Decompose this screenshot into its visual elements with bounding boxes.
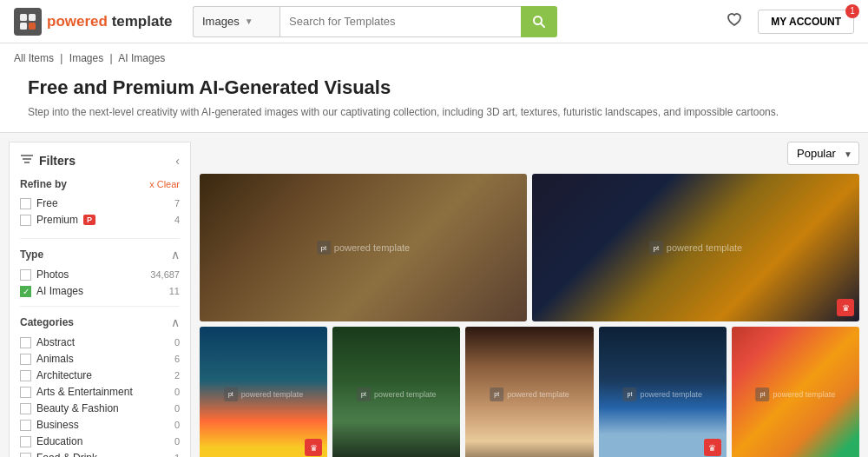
- filter-checkbox-premium[interactable]: [20, 215, 31, 226]
- image-card-bird[interactable]: pt powered template ♛: [599, 327, 727, 457]
- clear-filter-link[interactable]: x Clear: [149, 179, 180, 189]
- image-card-peach[interactable]: pt powered template: [732, 327, 859, 457]
- search-input[interactable]: [279, 6, 521, 37]
- image-card-woman[interactable]: pt powered template: [465, 327, 593, 457]
- filters-label: Filters: [39, 154, 76, 168]
- chevron-down-icon: ▼: [245, 17, 253, 26]
- breadcrumb-images[interactable]: Images: [69, 52, 103, 64]
- filter-item-cat-2: Architecture 2: [20, 369, 180, 381]
- filter-count-ai-images: 11: [169, 286, 180, 296]
- breadcrumb-ai-images[interactable]: AI Images: [118, 52, 165, 64]
- search-area: Images ▼: [193, 6, 557, 37]
- filter-name-premium: Premium: [36, 214, 78, 226]
- svg-rect-0: [20, 14, 27, 21]
- hero-section: Free and Premium AI-Generated Visuals St…: [14, 70, 854, 132]
- svg-rect-1: [29, 14, 36, 21]
- filter-checkbox-photos[interactable]: [20, 269, 31, 281]
- filter-item-cat-1: Animals 6: [20, 353, 180, 365]
- image-card-underwater[interactable]: pt powered template ♛: [200, 327, 327, 457]
- filter-name-cat-0: Abstract: [36, 336, 75, 348]
- svg-rect-2: [20, 23, 27, 30]
- premium-crown-ship: ♛: [837, 299, 854, 316]
- filter-count-photos: 34,687: [150, 269, 180, 280]
- filter-count-cat-3: 0: [174, 387, 180, 397]
- large-image-grid: pt powered template pt powered template …: [200, 174, 859, 321]
- categories-toggle[interactable]: ∧: [171, 315, 180, 329]
- wishlist-icon[interactable]: [725, 10, 744, 33]
- refine-label: Refine by: [20, 178, 67, 190]
- filter-checkbox-cat-7[interactable]: [20, 453, 31, 458]
- notification-badge: 1: [845, 4, 859, 18]
- filter-count-cat-5: 0: [174, 420, 180, 430]
- filter-count-cat-4: 0: [174, 403, 180, 414]
- filter-name-cat-1: Animals: [36, 353, 74, 365]
- filter-count-premium: 4: [174, 215, 180, 225]
- categories-section: Categories ∧ Abstract 0 Animals 6 Archit…: [20, 315, 180, 457]
- my-account-button[interactable]: MY ACCOUNT: [758, 10, 854, 34]
- image-peach: [732, 327, 859, 457]
- page-title: Free and Premium AI-Generated Visuals: [28, 76, 840, 99]
- filter-item-cat-0: Abstract 0: [20, 336, 180, 348]
- breadcrumb-sep2: |: [110, 52, 113, 64]
- search-category-label: Images: [202, 15, 240, 28]
- filter-name-cat-7: Food & Drink: [36, 452, 97, 457]
- image-card-ship[interactable]: pt powered template ♛: [532, 174, 859, 321]
- filter-checkbox-cat-5[interactable]: [20, 420, 31, 431]
- logo-icon: [14, 8, 42, 36]
- search-category-dropdown[interactable]: Images ▼: [193, 6, 279, 37]
- small-image-grid: pt powered template ♛ pt powered templat…: [200, 327, 859, 457]
- filter-name-photos: Photos: [36, 268, 69, 281]
- search-input-wrap: [279, 6, 521, 37]
- sort-dropdown[interactable]: Popular Newest Oldest: [787, 142, 859, 165]
- premium-crown-bird: ♛: [704, 439, 721, 456]
- filter-item-premium: Premium P 4: [20, 214, 180, 226]
- hero-description: Step into the next-level creativity with…: [28, 104, 840, 120]
- content-area: Popular Newest Oldest ▼ pt powered templ…: [191, 142, 868, 457]
- sidebar: Filters ‹ Refine by x Clear Free 7 Premi…: [9, 142, 191, 457]
- filter-checkbox-cat-2[interactable]: [20, 370, 31, 381]
- filter-item-cat-3: Arts & Entertainment 0: [20, 386, 180, 398]
- sort-bar: Popular Newest Oldest ▼: [200, 142, 859, 165]
- filter-name-cat-4: Beauty & Fashion: [36, 402, 119, 414]
- filter-checkbox-cat-0[interactable]: [20, 337, 31, 348]
- filter-count-cat-6: 0: [174, 436, 180, 447]
- filter-name-ai-images: AI Images: [36, 285, 83, 297]
- filter-checkbox-free[interactable]: [20, 198, 31, 209]
- breadcrumb-sep1: |: [60, 52, 62, 64]
- categories-section-header: Categories ∧: [20, 315, 180, 329]
- type-toggle[interactable]: ∧: [171, 248, 180, 262]
- breadcrumb-all-items[interactable]: All Items: [14, 52, 54, 64]
- filter-checkbox-cat-1[interactable]: [20, 354, 31, 365]
- filter-item-ai-images: AI Images 11: [20, 285, 180, 297]
- search-button[interactable]: [521, 6, 557, 37]
- premium-crown-underwater: ♛: [305, 439, 322, 456]
- filter-count-cat-1: 6: [174, 354, 180, 364]
- image-card-cat[interactable]: pt powered template: [200, 174, 527, 321]
- filter-name-cat-2: Architecture: [36, 369, 92, 381]
- filter-count-cat-2: 2: [174, 370, 180, 381]
- filter-name-free: Free: [36, 197, 58, 209]
- filter-item-cat-4: Beauty & Fashion 0: [20, 402, 180, 414]
- sidebar-header: Filters ‹: [20, 153, 180, 168]
- refine-section: Refine by x Clear Free 7 Premium P 4: [20, 178, 180, 226]
- filter-item-photos: Photos 34,687: [20, 268, 180, 281]
- image-card-forest[interactable]: pt powered template: [332, 327, 460, 457]
- filter-name-cat-5: Business: [36, 419, 79, 431]
- filter-name-cat-3: Arts & Entertainment: [36, 386, 133, 398]
- breadcrumb-bar: All Items | Images | AI Images Free and …: [0, 43, 868, 133]
- filter-checkbox-cat-6[interactable]: [20, 436, 31, 447]
- logo-text: powered template: [47, 13, 173, 30]
- svg-line-5: [541, 23, 544, 27]
- logo-area: powered template: [14, 8, 179, 36]
- main-layout: Filters ‹ Refine by x Clear Free 7 Premi…: [0, 133, 868, 457]
- breadcrumb: All Items | Images | AI Images: [14, 52, 854, 64]
- filter-checkbox-cat-4[interactable]: [20, 403, 31, 414]
- filter-item-free: Free 7: [20, 197, 180, 209]
- header-right: MY ACCOUNT 1: [725, 10, 854, 34]
- filter-checkbox-cat-3[interactable]: [20, 387, 31, 398]
- header: powered template Images ▼ MY ACCOUNT 1: [0, 0, 868, 43]
- filter-checkbox-ai-images[interactable]: [20, 286, 31, 297]
- svg-rect-3: [29, 23, 36, 30]
- sidebar-collapse-button[interactable]: ‹: [175, 154, 180, 168]
- image-cat: [200, 174, 527, 321]
